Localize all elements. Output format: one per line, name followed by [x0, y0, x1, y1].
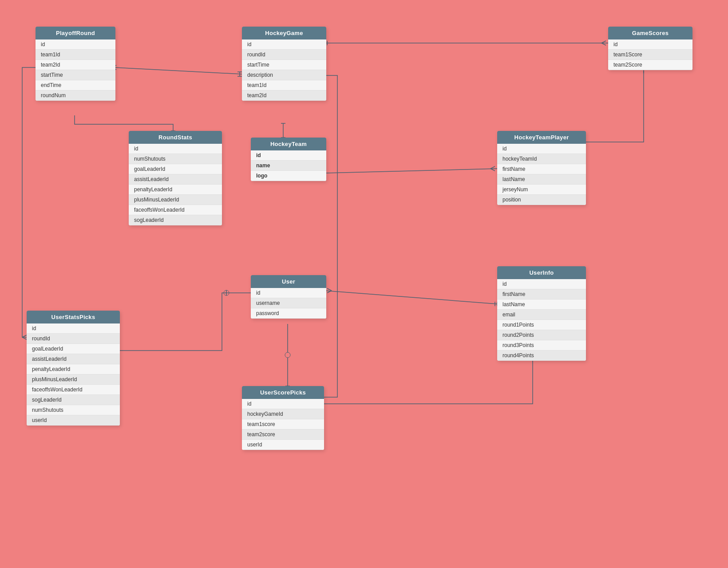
table-row: description — [242, 70, 326, 80]
table-row: lastName — [497, 174, 586, 185]
table-row: numShutouts — [27, 405, 120, 415]
table-header-hockeyteamplayer: HockeyTeamPlayer — [497, 131, 586, 144]
table-row: startTime — [36, 70, 115, 80]
table-row: password — [251, 308, 326, 319]
table-row: hockeyGameId — [242, 409, 324, 419]
svg-point-26 — [224, 290, 229, 296]
table-row: endTime — [36, 80, 115, 91]
table-row: goalLeaderId — [129, 164, 222, 174]
table-row: goalLeaderId — [27, 344, 120, 354]
table-row: id — [36, 39, 115, 50]
table-header-hockeygame: HockeyGame — [242, 27, 326, 39]
table-row: team2Id — [36, 60, 115, 70]
table-row: id — [608, 39, 692, 50]
table-userinfo: UserInfo id firstName lastName email rou… — [497, 266, 586, 361]
table-header-hockeyteam: HockeyTeam — [251, 138, 326, 150]
table-row: roundId — [27, 334, 120, 344]
table-row: logo — [251, 171, 326, 181]
table-row: team2score — [242, 430, 324, 440]
table-row: plusMinusLeaderId — [27, 375, 120, 385]
table-row: assistLeaderId — [129, 174, 222, 185]
table-row: hockeyTeamId — [497, 154, 586, 164]
table-row: round3Points — [497, 340, 586, 351]
table-row: email — [497, 310, 586, 320]
table-body-user: id username password — [251, 288, 326, 319]
svg-line-23 — [491, 169, 495, 171]
table-row: id — [251, 288, 326, 298]
table-row: id — [251, 150, 326, 161]
table-row: plusMinusLeaderId — [129, 195, 222, 205]
table-row: jerseyNum — [497, 185, 586, 195]
table-row: round2Points — [497, 330, 586, 340]
svg-line-30 — [325, 291, 497, 304]
table-header-userinfo: UserInfo — [497, 266, 586, 279]
table-row: id — [242, 39, 326, 50]
table-playoffround: PlayoffRound id team1Id team2Id startTim… — [36, 27, 115, 101]
table-roundstats: RoundStats id numShutouts goalLeaderId a… — [129, 131, 222, 225]
table-body-userscorepicks: id hockeyGameId team1score team2score us… — [242, 399, 324, 450]
svg-point-36 — [285, 352, 290, 358]
table-row: team2Score — [608, 60, 692, 70]
svg-line-0 — [114, 67, 242, 74]
table-hockeygame: HockeyGame id roundId startTime descript… — [242, 27, 326, 101]
table-row: penaltyLeaderId — [27, 364, 120, 375]
table-row: sogLeaderId — [129, 215, 222, 225]
table-hockeyteamplayer: HockeyTeamPlayer id hockeyTeamId firstNa… — [497, 131, 586, 205]
table-hockeyteam: HockeyTeam id name logo — [251, 138, 326, 181]
svg-line-32 — [327, 291, 332, 293]
table-row: penaltyLeaderId — [129, 185, 222, 195]
table-row: round1Points — [497, 320, 586, 330]
table-row: id — [242, 399, 324, 409]
svg-line-22 — [491, 166, 495, 169]
table-body-hockeyteamplayer: id hockeyTeamId firstName lastName jerse… — [497, 144, 586, 205]
table-row: team1Id — [242, 80, 326, 91]
table-row: startTime — [242, 60, 326, 70]
table-userscorepicks: UserScorePicks id hockeyGameId team1scor… — [242, 386, 324, 450]
table-body-userstatspicks: id roundId goalLeaderId assistLeaderId p… — [27, 323, 120, 426]
svg-line-24 — [22, 335, 27, 337]
table-body-userinfo: id firstName lastName email round1Points… — [497, 279, 586, 361]
svg-line-25 — [22, 337, 27, 339]
table-row: firstName — [497, 289, 586, 300]
table-row: faceoffsWonLeaderId — [27, 385, 120, 395]
table-user: User id username password — [251, 275, 326, 319]
svg-line-10 — [601, 43, 606, 45]
table-row: userId — [242, 440, 324, 450]
table-row: id — [497, 144, 586, 154]
table-row: id — [129, 144, 222, 154]
svg-line-9 — [601, 41, 606, 43]
table-row: name — [251, 161, 326, 171]
table-row: team1score — [242, 419, 324, 430]
table-row: numShutouts — [129, 154, 222, 164]
table-row: lastName — [497, 300, 586, 310]
table-row: team2Id — [242, 91, 326, 101]
table-header-userscorepicks: UserScorePicks — [242, 386, 324, 399]
table-row: username — [251, 298, 326, 308]
diagram-canvas: PlayoffRound id team1Id team2Id startTim… — [0, 0, 728, 568]
table-row: id — [27, 323, 120, 334]
table-row: userId — [27, 415, 120, 426]
table-gamescores: GameScores id team1Score team2Score — [608, 27, 692, 70]
table-header-userstatspicks: UserStatsPicks — [27, 311, 120, 323]
table-body-roundstats: id numShutouts goalLeaderId assistLeader… — [129, 144, 222, 225]
table-row: assistLeaderId — [27, 354, 120, 364]
table-body-playoffround: id team1Id team2Id startTime endTime rou… — [36, 39, 115, 101]
table-row: round4Points — [497, 351, 586, 361]
table-header-gamescores: GameScores — [608, 27, 692, 39]
table-header-playoffround: PlayoffRound — [36, 27, 115, 39]
table-row: roundId — [242, 50, 326, 60]
table-body-gamescores: id team1Score team2Score — [608, 39, 692, 70]
table-row: team1Id — [36, 50, 115, 60]
table-row: position — [497, 195, 586, 205]
table-header-roundstats: RoundStats — [129, 131, 222, 144]
svg-line-31 — [327, 288, 332, 291]
table-row: roundNum — [36, 91, 115, 101]
table-row: firstName — [497, 164, 586, 174]
table-row: team1Score — [608, 50, 692, 60]
table-row: id — [497, 279, 586, 289]
table-row: faceoffsWonLeaderId — [129, 205, 222, 215]
table-userstatspicks: UserStatsPicks id roundId goalLeaderId a… — [27, 311, 120, 426]
table-body-hockeygame: id roundId startTime description team1Id… — [242, 39, 326, 101]
table-header-user: User — [251, 275, 326, 288]
svg-line-19 — [325, 169, 497, 173]
